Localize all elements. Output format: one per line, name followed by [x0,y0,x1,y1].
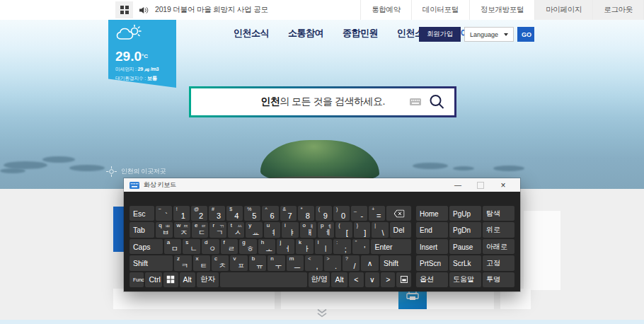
key-lbracket[interactable]: {[ [335,222,352,237]
key-move-down[interactable]: 아래로 [483,239,514,254]
key-minus[interactable]: _- [351,206,367,221]
language-select[interactable]: Language [464,27,514,42]
key-period[interactable]: >. [324,255,341,270]
search-icon[interactable] [429,94,445,110]
key-j[interactable]: jㅓ [277,239,294,254]
key-i[interactable]: iㅑ [282,222,298,237]
key-left[interactable]: < [349,272,363,287]
key-esc[interactable]: Esc [130,206,154,221]
key-rbracket[interactable]: }] [354,222,370,237]
key-8[interactable]: *8 [298,206,314,221]
key-windows[interactable] [163,272,178,287]
key-l[interactable]: lㅣ [315,239,333,254]
key-n[interactable]: nㅜ [268,255,284,270]
key-right[interactable]: > [381,272,395,287]
key-7[interactable]: &7 [280,206,297,221]
key-slash[interactable]: ?/ [343,255,360,270]
key-ctrl[interactable]: Ctrl [145,272,162,287]
key-han-eng[interactable]: 한/영 [309,272,330,287]
key-backquote[interactable]: ~` [156,206,172,221]
key-help[interactable]: 도움말 [449,272,481,287]
chevron-double-down-icon[interactable] [316,308,328,318]
key-d[interactable]: dㅇ [202,239,219,254]
key-4[interactable]: $4 [226,206,243,221]
key-fade[interactable]: 투명 [483,272,514,287]
maximize-button[interactable] [469,178,492,192]
close-button[interactable]: × [492,178,514,192]
key-g[interactable]: gㅎ [239,239,257,254]
key-insert[interactable]: Insert [416,239,448,254]
key-quote[interactable]: "' [352,239,370,254]
key-down[interactable]: ∨ [365,272,379,287]
key-caps[interactable]: Caps [130,239,163,254]
key-p[interactable]: pㅖㅔ [318,222,334,237]
key-a[interactable]: aㅁ [164,239,182,254]
key-v[interactable]: vㅍ [230,255,247,270]
key-move-up[interactable]: 위로 [483,222,514,237]
key-enter[interactable]: Enter [371,239,411,254]
key-home[interactable]: Home [416,206,448,221]
key-u[interactable]: uㅕ [264,222,280,237]
key-q[interactable]: qㅃㅂ [156,222,172,237]
key-del[interactable]: Del [390,222,411,237]
key-comma[interactable]: <, [305,255,322,270]
key-t[interactable]: tㅆㅅ [228,222,244,237]
key-prtscn[interactable]: PrtScn [416,255,448,270]
topbar-link[interactable]: 통합예약 [360,0,411,20]
key-func[interactable]: Func [130,272,144,287]
key-caret-up[interactable]: ∧ [361,255,378,270]
key-k[interactable]: kㅏ [296,239,314,254]
topbar-link[interactable]: 마이페이지 [534,0,592,20]
announcement-link[interactable]: 2019 더불어 마을 희망지 사업 공모 [155,5,268,15]
key-s[interactable]: sㄴ [183,239,200,254]
signup-button[interactable]: 회원가입 [419,27,461,42]
key-2[interactable]: @2 [191,206,207,221]
key-pause[interactable]: Pause [449,239,481,254]
nav-item[interactable]: 소통참여 [288,27,323,40]
key-semicolon[interactable]: :; [333,239,351,254]
key-hanja[interactable]: 한자 [197,272,219,287]
key-1[interactable]: !1 [173,206,190,221]
key-m[interactable]: mㅡ [287,255,304,270]
topbar-link[interactable]: 데이터포털 [411,0,469,20]
key-shift-right[interactable]: Shift [380,255,411,270]
key-3[interactable]: #3 [209,206,225,221]
key-o[interactable]: oㅒㅐ [300,222,316,237]
key-6[interactable]: ^6 [262,206,278,221]
apps-grid-button[interactable] [115,1,133,18]
key-b[interactable]: bㅠ [249,255,266,270]
key-y[interactable]: yㅛ [246,222,262,237]
key-shift-left[interactable]: Shift [130,255,173,270]
key-e[interactable]: eㄸㄷ [192,222,208,237]
search-input[interactable]: 인천의 모든 것을 검색하세요. [191,88,454,115]
key-w[interactable]: wㅉㅈ [174,222,190,237]
key-z[interactable]: zㅋ [174,255,191,270]
key-dock[interactable] [396,272,410,287]
nav-item[interactable]: 종합민원 [343,27,378,40]
key-0[interactable]: )0 [333,206,350,221]
key-navigate[interactable]: 탐색 [483,206,514,221]
key-x[interactable]: xㅌ [193,255,210,270]
key-tab[interactable]: Tab [130,222,154,237]
minimize-button[interactable]: — [447,178,469,192]
topbar-link[interactable]: 정보개방포털 [469,0,534,20]
osk-titlebar[interactable]: 화상 키보드 — × [124,178,520,192]
go-button[interactable]: GO [517,27,534,42]
topbar-link[interactable]: 로그아웃 [592,0,644,20]
key-scrlk[interactable]: ScrLk [449,255,481,270]
key-end[interactable]: End [416,222,448,237]
key-f[interactable]: fㄹ [221,239,238,254]
keyboard-input-icon[interactable] [410,98,421,105]
quick-menu-tile[interactable] [398,289,427,309]
key-pgdn[interactable]: PgDn [449,222,481,237]
key-backslash[interactable]: |\ [372,222,388,237]
key-h[interactable]: hㅗ [258,239,276,254]
key-space[interactable] [220,272,307,287]
key-c[interactable]: cㅊ [212,255,229,270]
key-alt-right[interactable]: Alt [331,272,347,287]
key-options[interactable]: 옵션 [416,272,448,287]
key-pgup[interactable]: PgUp [449,206,481,221]
key-equals[interactable]: += [369,206,385,221]
key-9[interactable]: (9 [316,206,332,221]
key-5[interactable]: %5 [244,206,260,221]
